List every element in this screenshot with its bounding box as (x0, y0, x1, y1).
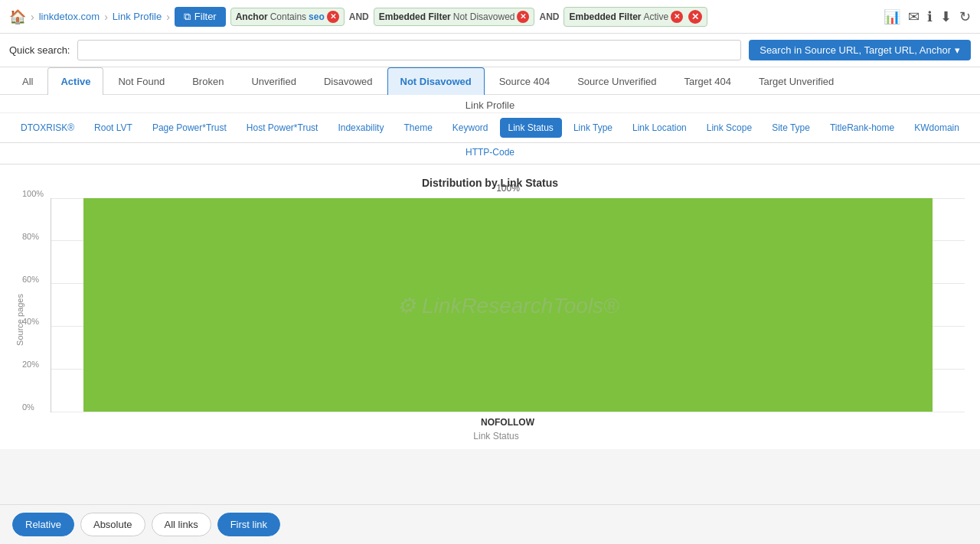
tab-unverified[interactable]: Unverified (238, 67, 309, 95)
chip-embedded1-label: Embedded Filter (379, 11, 451, 22)
filter-chip-embedded1: Embedded Filter Not Disavowed ✕ (374, 8, 535, 26)
chip-anchor-label: Anchor (236, 11, 268, 22)
grid-label-40: 40% (22, 317, 39, 326)
tab-disavowed[interactable]: Disavowed (311, 67, 386, 95)
x-label-nofollow: NOFOLLOW (51, 417, 965, 428)
chart-title: Distribution by Link Status (15, 177, 965, 189)
home-icon[interactable]: 🏠 (9, 8, 26, 25)
breadcrumb-linkdetox[interactable]: linkdetox.com (39, 11, 100, 22)
nav-sep-1: › (31, 11, 34, 23)
filter-chip-anchor: Anchor Contains seo ✕ (230, 8, 345, 26)
tab-sourceunverified[interactable]: Source Unverified (564, 67, 669, 95)
nav-sep-2: › (104, 11, 108, 23)
tab-active[interactable]: Active (47, 67, 103, 95)
tab-target404[interactable]: Target 404 (671, 67, 744, 95)
metric-tab-keyword[interactable]: Keyword (444, 118, 497, 138)
metric-tab-rootlvt[interactable]: Root LVT (86, 118, 141, 138)
search-btn-arrow: ▾ (955, 44, 960, 56)
chip-embedded2-close[interactable]: ✕ (671, 11, 683, 23)
nav-icons: 📊 ✉ ℹ ⬇ ↻ (884, 8, 971, 25)
profile-row: Link Profile (0, 95, 980, 113)
refresh-icon[interactable]: ↻ (959, 8, 971, 25)
grid-label-100: 100% (22, 189, 44, 198)
search-bar: Quick search: Search in Source URL, Targ… (0, 34, 980, 67)
chip-anchor-close[interactable]: ✕ (327, 11, 339, 23)
tab-source404[interactable]: Source 404 (486, 67, 564, 95)
top-nav: 🏠 › linkdetox.com › Link Profile › ⧉ Fil… (0, 0, 980, 34)
chart-wrapper: Source pages 100% 80% 60% 40% 20% 0% 100… (15, 198, 965, 441)
quick-search-label: Quick search: (9, 44, 70, 56)
breadcrumb-link-profile[interactable]: Link Profile (113, 11, 162, 22)
tab-notdisavowed[interactable]: Not Disavowed (387, 67, 485, 95)
status-tabs: All Active Not Found Broken Unverified D… (0, 67, 980, 95)
grid-label-20: 20% (22, 360, 39, 369)
chart-grid: 100% 80% 60% 40% 20% 0% 100% ⚙ LinkResea… (51, 198, 965, 412)
filter-btn-label: Filter (194, 11, 217, 22)
chip-embedded1-value: Not Disavowed (453, 11, 515, 22)
metric-tab-indexability[interactable]: Indexability (329, 118, 392, 138)
http-code-link[interactable]: HTTP-Code (466, 147, 514, 158)
metric-tab-theme[interactable]: Theme (395, 118, 440, 138)
mail-icon[interactable]: ✉ (908, 8, 920, 25)
tab-notfound[interactable]: Not Found (105, 67, 178, 95)
chip-embedded2-value: Active (644, 11, 669, 22)
grid-label-80: 80% (22, 232, 39, 241)
filter-chip-embedded2: Embedded Filter Active ✕ ✕ (564, 7, 707, 27)
bar-pct-label: 100% (496, 183, 520, 194)
download-icon[interactable]: ⬇ (940, 8, 952, 25)
search-input[interactable] (77, 40, 741, 60)
tab-targetunverified[interactable]: Target Unverified (746, 67, 847, 95)
nav-sep-3: › (166, 11, 170, 23)
chart-container: Distribution by Link Status Source pages… (0, 165, 980, 449)
http-code-tab[interactable]: HTTP-Code (0, 143, 980, 165)
info-icon[interactable]: ℹ (927, 8, 933, 25)
chip-anchor-condition: Contains (270, 11, 306, 22)
metric-tab-pagetrust[interactable]: Page Power*Trust (144, 118, 235, 138)
metric-tab-linktype[interactable]: Link Type (565, 118, 621, 138)
profile-title: Link Profile (466, 99, 514, 111)
search-button[interactable]: Search in Source URL, Target URL, Anchor… (749, 40, 971, 60)
tab-broken[interactable]: Broken (179, 67, 237, 95)
chart-inner: 100% 80% 60% 40% 20% 0% 100% ⚙ LinkResea… (28, 198, 965, 441)
metric-tabs: DTOXRISK® Root LVT Page Power*Trust Host… (0, 113, 980, 143)
metric-tab-linklocation[interactable]: Link Location (624, 118, 695, 138)
bar-chart-icon[interactable]: 📊 (884, 8, 900, 25)
metric-tab-dtox[interactable]: DTOXRISK® (12, 118, 83, 138)
chip-embedded2-label: Embedded Filter (569, 11, 641, 22)
search-btn-label: Search in Source URL, Target URL, Anchor (760, 44, 951, 56)
bar-group-nofollow[interactable]: 100% (51, 198, 965, 412)
tab-all[interactable]: All (9, 67, 46, 95)
grid-label-0: 0% (22, 402, 34, 412)
filter-button[interactable]: ⧉ Filter (175, 7, 226, 27)
metric-tab-sitetype[interactable]: Site Type (763, 118, 818, 138)
x-axis-labels: NOFOLLOW (51, 417, 965, 428)
bar-area: 100% (51, 198, 965, 412)
bar-nofollow[interactable]: 100% (83, 198, 933, 412)
all-filters-close[interactable]: ✕ (688, 10, 702, 24)
metric-tab-linkscope[interactable]: Link Scope (698, 118, 760, 138)
filter-and-1: AND (349, 11, 369, 22)
metric-tab-kwdomain[interactable]: KWdomain (906, 118, 968, 138)
filter-icon: ⧉ (184, 11, 191, 23)
metric-tab-linkstatus[interactable]: Link Status (500, 118, 562, 138)
chip-anchor-value: seo (309, 11, 325, 22)
chip-embedded1-close[interactable]: ✕ (517, 11, 529, 23)
metric-tab-titlerankhome[interactable]: TitleRank-home (822, 118, 903, 138)
x-axis-title: Link Status (28, 431, 965, 441)
filter-and-2: AND (539, 11, 559, 22)
grid-label-60: 60% (22, 275, 39, 284)
metric-tab-hostpower[interactable]: Host Power*Trust (238, 118, 327, 138)
